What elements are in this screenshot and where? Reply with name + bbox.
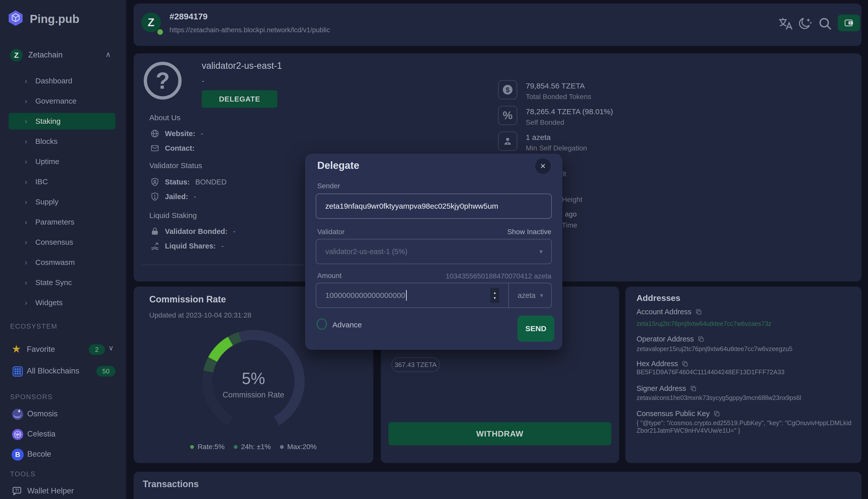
grid-icon	[12, 366, 23, 377]
sponsor-item-osmosis[interactable]: Osmosis	[0, 405, 126, 423]
copy-icon[interactable]	[714, 411, 720, 417]
liquid-shares-row: Liquid Shares: -	[150, 241, 224, 251]
sponsor-label: Becole	[27, 450, 51, 459]
validator-bonded-value: -	[233, 227, 236, 236]
shield-exclamation-icon	[150, 192, 159, 201]
zetachain-logo-icon: Z	[10, 49, 23, 61]
legend-max: Max:20%	[287, 443, 317, 451]
sidebar-item-widgets[interactable]: ›Widgets	[9, 294, 116, 311]
close-icon[interactable]: ✕	[535, 158, 551, 174]
spinner-up-icon[interactable]: ▲	[493, 291, 497, 295]
translate-icon[interactable]	[777, 16, 793, 32]
validator-bonded-row: Validator Bonded: -	[150, 227, 236, 236]
address-label-text: Account Address	[637, 308, 691, 316]
account-address-label: Account Address	[637, 308, 702, 316]
sidebar-item-favorite[interactable]: ★ Favorite 2 ∨	[0, 341, 126, 359]
chevron-right-icon: ›	[25, 77, 27, 85]
validator-bonded-label: Validator Bonded:	[165, 227, 227, 236]
commission-legend: Rate:5% 24h: ±1% Max:20%	[134, 443, 373, 451]
status-row: Status: BONDED	[150, 178, 226, 186]
svg-text:?!: ?!	[15, 488, 19, 493]
all-blockchains-label: All Blockchains	[27, 366, 79, 376]
pingpub-logo-icon	[7, 10, 24, 27]
sidebar-item-label: Governance	[35, 97, 76, 105]
spinner-down-icon[interactable]: ▼	[493, 296, 497, 300]
sidebar-item-parameters[interactable]: ›Parameters	[9, 214, 116, 230]
copy-icon[interactable]	[682, 361, 688, 367]
endpoint-url[interactable]: https://zetachain-athens.blockpi.network…	[169, 26, 330, 34]
caret-down-icon: ▾	[539, 248, 543, 256]
liquid-shares-label: Liquid Shares:	[165, 242, 216, 250]
divider	[141, 265, 304, 265]
sidebar-item-uptime[interactable]: ›Uptime	[9, 153, 116, 170]
copy-icon[interactable]	[695, 309, 702, 315]
gauge-center-value: 5%	[134, 369, 373, 388]
sidebar-item-governance[interactable]: ›Governance	[9, 93, 116, 109]
stat-value: 78,265.4 TZETA (98.01%)	[526, 107, 613, 116]
percent-icon: %	[498, 106, 517, 125]
amount-input[interactable]: 1000000000000000000	[325, 283, 407, 307]
sidebar-item-label: Dashboard	[35, 77, 72, 85]
sponsor-item-celestia[interactable]: Celestia	[0, 425, 126, 443]
envelope-icon	[150, 144, 159, 153]
dollar-icon: $	[498, 80, 517, 99]
sidebar-item-wallet-helper[interactable]: ?! Wallet Helper	[0, 483, 126, 499]
website-row: Website: -	[150, 129, 203, 138]
brand-title: Ping.pub	[30, 12, 80, 26]
sidebar-item-state-sync[interactable]: ›State Sync	[9, 274, 116, 291]
amount-label: Amount	[317, 272, 342, 280]
withdraw-button[interactable]: WITHDRAW	[388, 422, 611, 445]
number-spinner[interactable]: ▲ ▼	[490, 288, 499, 303]
sidebar-item-blocks[interactable]: ›Blocks	[9, 133, 116, 150]
address-label-text: Hex Address	[637, 360, 678, 368]
becole-logo-icon: B	[12, 449, 24, 461]
validator-select[interactable]: validator2-us-east-1 (5%) ▾	[316, 239, 552, 264]
operator-address-label: Operator Address	[637, 335, 704, 343]
sidebar-item-label: Staking	[35, 117, 60, 125]
stat-value: ago	[565, 210, 577, 218]
sidebar-item-staking[interactable]: ›Staking	[9, 113, 116, 130]
badge-person-icon	[150, 178, 159, 186]
sidebar-item-label: Blocks	[35, 137, 58, 146]
sidebar-item-dashboard[interactable]: ›Dashboard	[9, 73, 116, 89]
sidebar-item-consensus[interactable]: ›Consensus	[9, 234, 116, 251]
modal-title: Delegate	[317, 160, 359, 171]
svg-text:$: $	[506, 86, 510, 94]
sender-input[interactable]: zeta19nfaqu9wr0fktyyampva98ec025kjy0phww…	[316, 194, 552, 219]
address-label-text: Consensus Public Key	[637, 410, 710, 418]
search-icon[interactable]	[818, 16, 833, 31]
sidebar-item-supply[interactable]: ›Supply	[9, 194, 116, 210]
chain-selector[interactable]: Z Zetachain ∧	[0, 48, 126, 64]
sidebar-item-all-blockchains[interactable]: All Blockchains 50	[0, 362, 126, 380]
jailed-row: Jailed: -	[150, 192, 196, 201]
chevron-down-icon: ∨	[108, 344, 114, 352]
wallet-button[interactable]	[838, 15, 860, 31]
chevron-right-icon: ›	[25, 238, 27, 246]
about-us-title: About Us	[149, 113, 180, 122]
chevron-up-icon[interactable]: ∧	[105, 50, 111, 59]
sidebar-item-cosmwasm[interactable]: ›Cosmwasm	[9, 254, 116, 271]
send-button[interactable]: SEND	[518, 316, 554, 342]
validator-avatar: ?	[144, 62, 181, 99]
account-address-value[interactable]: zeta15ruj2tc76pnj9xtw64utktee7cc7w6vzaes…	[637, 320, 853, 327]
signer-address-label: Signer Address	[637, 384, 697, 393]
validator-name: validator2-us-east-1	[202, 60, 282, 71]
copy-icon[interactable]	[698, 336, 704, 342]
text-cursor	[406, 290, 407, 301]
denom-select[interactable]: azeta ▾	[509, 283, 552, 307]
show-inactive-toggle[interactable]: Show Inactive	[507, 228, 551, 236]
contact-row: Contact:	[150, 144, 195, 153]
sidebar-item-label: State Sync	[35, 278, 72, 287]
sidebar-item-label: Widgets	[35, 299, 62, 307]
dark-mode-icon[interactable]	[797, 16, 813, 32]
sponsor-item-becole[interactable]: B Becole	[0, 446, 126, 464]
copy-icon[interactable]	[690, 385, 697, 392]
chevron-right-icon: ›	[25, 198, 27, 206]
chevron-right-icon: ›	[25, 278, 27, 287]
person-icon	[498, 132, 517, 151]
advance-checkbox[interactable]	[317, 318, 327, 330]
sponsor-label: Celestia	[27, 429, 56, 439]
hex-address-label: Hex Address	[637, 360, 688, 368]
sidebar-item-ibc[interactable]: ›IBC	[9, 173, 116, 190]
delegate-button[interactable]: DELEGATE	[202, 90, 277, 108]
